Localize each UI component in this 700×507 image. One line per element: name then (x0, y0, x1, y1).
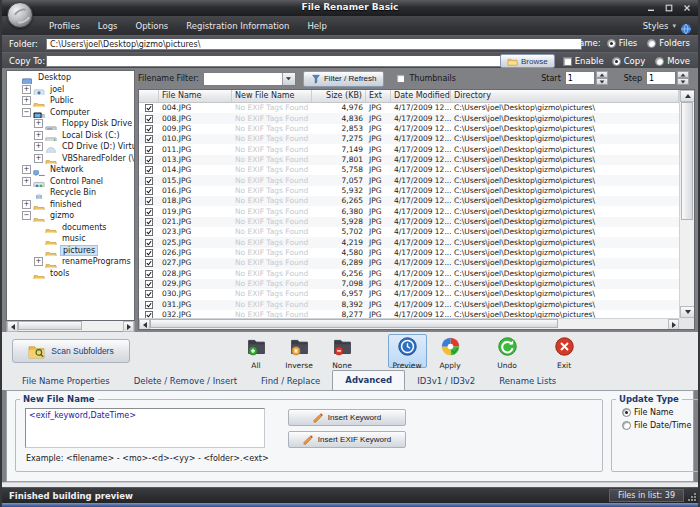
start-stepper[interactable] (596, 71, 608, 85)
table-row[interactable]: 014.JPGNo EXIF Tags Found5,758JPG4/17/20… (139, 165, 679, 175)
row-checkbox[interactable] (139, 228, 159, 236)
start-input[interactable] (565, 71, 595, 85)
menu-item-logs[interactable]: Logs (89, 18, 127, 34)
resize-grip-icon[interactable] (687, 492, 696, 501)
radio-files[interactable]: Files (607, 38, 638, 48)
row-checkbox[interactable] (139, 280, 159, 288)
tree-item-control-panel[interactable]: +Control Panel (7, 176, 134, 188)
spinner-up-icon[interactable] (677, 71, 689, 78)
row-checkbox[interactable] (139, 218, 159, 226)
row-checkbox[interactable] (139, 290, 159, 298)
tree-item-vbsharedfolder-vboxsvr-2[interactable]: +VBSharedFolder (\\vboxsvr) (2 (7, 153, 134, 165)
tree-item-gizmo[interactable]: −gizmo (7, 210, 134, 222)
menu-item-profiles[interactable]: Profiles (40, 18, 89, 34)
radio-file-name[interactable]: File Name (622, 408, 698, 417)
row-checkbox[interactable] (139, 259, 159, 267)
header-ext[interactable]: Ext (366, 90, 391, 102)
row-checkbox[interactable] (139, 249, 159, 257)
filename-filter-input[interactable] (204, 73, 282, 85)
radio-file-date-time[interactable]: File Date/Time (622, 421, 698, 430)
table-row[interactable]: 010.JPGNo EXIF Tags Found7,275JPG4/17/20… (139, 134, 679, 144)
header-new-file-name[interactable]: New File Name (232, 90, 312, 102)
tree-item-music[interactable]: music (7, 233, 134, 245)
table-row[interactable]: 025.JPGNo EXIF Tags Found4,219JPG4/17/20… (139, 237, 679, 247)
spinner-up-icon[interactable] (596, 71, 608, 78)
menu-item-registration-information[interactable]: Registration Information (177, 18, 298, 34)
styles-menu[interactable]: Styles ▾ (643, 16, 692, 35)
expander-icon[interactable]: + (34, 257, 43, 266)
insert-keyword-button[interactable]: Insert Keyword (288, 409, 406, 426)
tree-item-public[interactable]: +Public (7, 95, 134, 107)
tab-file-name-properties[interactable]: File Name Properties (10, 372, 122, 390)
table-row[interactable]: 008.JPGNo EXIF Tags Found4,836JPG4/17/20… (139, 113, 679, 123)
preview-button[interactable]: Preview (388, 334, 427, 368)
minimize-button[interactable] (645, 3, 656, 12)
tree-item-local-disk-c[interactable]: +Local Disk (C:) (7, 130, 134, 142)
tree-item-cd-drive-d-virtualbox-guest[interactable]: +CD Drive (D:) VirtualBox Guest (7, 141, 134, 153)
row-checkbox[interactable] (139, 197, 159, 205)
new-file-name-pattern-input[interactable]: <exif_keyword,DateTime> (25, 408, 265, 448)
apply-button[interactable]: Apply (431, 334, 470, 368)
table-row[interactable]: 023.JPGNo EXIF Tags Found5,702JPG4/17/20… (139, 227, 679, 237)
tree-item-floppy-disk-drive-a[interactable]: +Floppy Disk Drive (A:) (7, 118, 134, 130)
inverse-button[interactable]: Inverse (280, 334, 319, 368)
tab-id3v1-id3v2[interactable]: ID3v1 / ID3v2 (405, 372, 487, 390)
table-row[interactable]: 031.JPGNo EXIF Tags Found8,392JPG4/17/20… (139, 300, 679, 310)
expander-icon[interactable]: + (22, 165, 31, 174)
none-button[interactable]: None (323, 334, 362, 368)
row-checkbox[interactable] (139, 156, 159, 164)
row-checkbox[interactable] (139, 239, 159, 247)
header-file-name[interactable]: File Name (159, 90, 232, 102)
row-checkbox[interactable] (139, 177, 159, 185)
table-row[interactable]: 009.JPGNo EXIF Tags Found2,853JPG4/17/20… (139, 124, 679, 134)
expander-icon[interactable]: + (34, 142, 43, 151)
scan-subfolders-button[interactable]: Scan Subfolders (12, 339, 130, 363)
tree-item-documents[interactable]: documents (7, 222, 134, 234)
step-stepper[interactable] (677, 71, 689, 85)
tab-rename-lists[interactable]: Rename Lists (487, 372, 568, 390)
table-row[interactable]: 027.JPGNo EXIF Tags Found6,289JPG4/17/20… (139, 258, 679, 268)
step-input[interactable] (646, 71, 676, 85)
row-checkbox[interactable] (139, 104, 159, 112)
table-horizontal-scrollbar[interactable] (139, 318, 679, 329)
tree-item-renameprograms[interactable]: +renamePrograms (7, 256, 134, 268)
tab-delete-remove-insert[interactable]: Delete / Remove / Insert (122, 372, 249, 390)
scroll-down-icon[interactable] (680, 306, 695, 318)
radio-move[interactable]: Move (655, 56, 690, 66)
enable-checkbox[interactable]: Enable (563, 56, 604, 66)
expander-icon[interactable]: − (22, 108, 31, 117)
expander-icon[interactable]: + (34, 119, 43, 128)
insert-exif-keyword-button[interactable]: Insert EXIF Keyword (288, 431, 406, 448)
table-vertical-scrollbar[interactable] (679, 90, 694, 318)
row-checkbox[interactable] (139, 208, 159, 216)
tree-item-network[interactable]: +Network (7, 164, 134, 176)
table-row[interactable]: 028.JPGNo EXIF Tags Found6,256JPG4/17/20… (139, 269, 679, 279)
maximize-button[interactable] (663, 3, 674, 12)
expander-icon[interactable]: + (34, 154, 43, 163)
scroll-left-icon[interactable] (139, 319, 150, 330)
expander-icon[interactable]: + (22, 85, 31, 94)
tree-item-computer[interactable]: −Computer (7, 107, 134, 119)
row-checkbox[interactable] (139, 166, 159, 174)
row-checkbox[interactable] (139, 146, 159, 154)
expander-icon[interactable]: + (22, 96, 31, 105)
filename-filter-combo[interactable] (203, 72, 296, 86)
table-row[interactable]: 029.JPGNo EXIF Tags Found7,098JPG4/17/20… (139, 279, 679, 289)
row-checkbox[interactable] (139, 115, 159, 123)
tree-item-finished[interactable]: +finished (7, 199, 134, 211)
radio-copy[interactable]: Copy (612, 56, 646, 66)
tree-item-recycle-bin[interactable]: Recycle Bin (7, 187, 134, 199)
table-row[interactable]: 015.JPGNo EXIF Tags Found7,057JPG4/17/20… (139, 175, 679, 185)
menu-item-options[interactable]: Options (126, 18, 177, 34)
undo-button[interactable]: Undo (488, 334, 527, 368)
tab-find-replace[interactable]: Find / Replace (249, 372, 332, 390)
row-checkbox[interactable] (139, 135, 159, 143)
thumbnails-checkbox[interactable]: Thumbnails (396, 74, 455, 83)
row-checkbox[interactable] (139, 125, 159, 133)
radio-folders[interactable]: Folders (647, 38, 690, 48)
row-checkbox[interactable] (139, 187, 159, 195)
tree-item-tools[interactable]: tools (7, 268, 134, 280)
table-row[interactable]: 004.JPGNo EXIF Tags Found4,976JPG4/17/20… (139, 103, 679, 113)
header-date-modified[interactable]: Date Modified (391, 90, 451, 102)
row-checkbox[interactable] (139, 301, 159, 309)
